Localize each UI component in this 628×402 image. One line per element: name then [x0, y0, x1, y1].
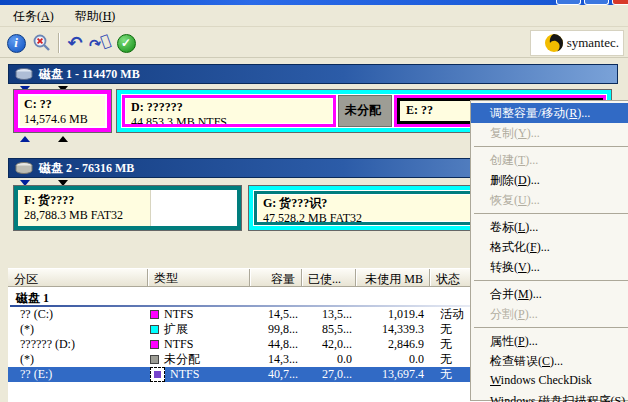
disk-icon	[15, 68, 33, 80]
context-menu-item[interactable]: 卷标(L)...	[471, 217, 628, 237]
context-menu-item[interactable]: 转换(V)...	[471, 257, 628, 277]
cell-partition: ?????? (D:)	[8, 337, 148, 352]
type-swatch-icon	[150, 367, 165, 382]
menu-separator	[474, 213, 628, 214]
context-menu-item: 创建(T)...	[471, 150, 628, 170]
partition-d[interactable]: D: ?????? 44,853.3 MB NTFS	[122, 95, 336, 127]
brand-panel: symantec.	[530, 30, 624, 56]
cell-partition: ?? (C:)	[8, 307, 148, 322]
cell-capacity: 14,3...	[250, 352, 302, 367]
cell-used: 42,0...	[302, 337, 356, 352]
menu-separator	[474, 146, 628, 147]
partition-c[interactable]: C: ?? 14,574.6 MB	[14, 90, 111, 132]
type-swatch-icon	[150, 355, 159, 364]
type-swatch-icon	[150, 325, 159, 334]
apply-check-icon: ✓	[117, 34, 136, 53]
type-label: 未分配	[164, 351, 200, 368]
cell-capacity: 44,8...	[250, 337, 302, 352]
type-swatch-icon	[150, 310, 159, 319]
type-swatch-color	[154, 371, 161, 378]
toolbar-separator	[58, 33, 60, 53]
marker-icon	[58, 136, 68, 142]
disk-icon	[15, 162, 33, 174]
partition-f[interactable]: F: 货???? 28,788.3 MB FAT32	[14, 186, 241, 230]
cell-unused: 2,846.9	[356, 337, 430, 352]
context-menu-item: 复制(Y)...	[471, 123, 628, 143]
undo-icon: ↶	[67, 34, 82, 52]
info-icon: i	[7, 34, 26, 53]
context-menu: 调整容量/移动(R)...复制(Y)...创建(T)...删除(D)...恢复(…	[470, 100, 628, 401]
menu-separator	[474, 280, 628, 281]
column-header-type[interactable]: 类型	[148, 269, 250, 286]
context-menu-item[interactable]: 调整容量/移动(R)...	[471, 103, 628, 123]
cell-unused: 14,339.3	[356, 322, 430, 337]
column-header-partition[interactable]: 分区	[8, 269, 148, 286]
cell-type: NTFS	[148, 337, 250, 352]
zoom-cancel-button[interactable]	[30, 31, 54, 55]
type-swatch-icon	[150, 340, 159, 349]
menu-bar: 任务(A) 帮助(H)	[0, 5, 628, 27]
context-menu-item[interactable]: 合并(M)...	[471, 284, 628, 304]
marker-icon	[20, 136, 30, 142]
column-header-unused[interactable]: 未使用 MB	[356, 269, 430, 286]
context-menu-item[interactable]: Windows CheckDisk	[471, 371, 628, 391]
context-menu-item[interactable]: Windows 磁盘扫描程序(S)	[471, 391, 628, 402]
cell-partition: (*)	[8, 352, 148, 367]
cell-used: 85,5...	[302, 322, 356, 337]
context-menu-item: 恢复(U)...	[471, 190, 628, 210]
cell-capacity: 99,8...	[250, 322, 302, 337]
unallocated-block[interactable]: 未分配	[338, 95, 392, 127]
cell-partition: ?? (E:)	[8, 367, 148, 382]
context-menu-item[interactable]: 格式化(F)...	[471, 237, 628, 257]
column-header-used[interactable]: 已使...	[302, 269, 356, 286]
menu-help[interactable]: 帮助(H)	[66, 5, 125, 27]
cell-type: NTFS	[148, 367, 250, 382]
info-button[interactable]: i	[4, 31, 28, 55]
symantec-logo-icon	[544, 33, 564, 53]
brand-name: symantec.	[567, 35, 619, 51]
cell-used: 13,5...	[302, 307, 356, 322]
undo-all-button[interactable]: ↷⃔	[88, 31, 112, 55]
partition-d-label: D: ?????? 44,853.3 MB NTFS	[125, 98, 333, 124]
menu-tasks[interactable]: 任务(A)	[4, 5, 63, 27]
cell-used: 27,0...	[302, 367, 356, 382]
context-menu-item[interactable]: 属性(P)...	[471, 331, 628, 351]
type-label: 扩展	[164, 321, 188, 338]
menu-separator	[474, 327, 628, 328]
type-label: NTFS	[170, 367, 199, 382]
cell-unused: 13,697.4	[356, 367, 430, 382]
context-menu-item[interactable]: 检查错误(C)...	[471, 351, 628, 371]
type-label: NTFS	[164, 337, 193, 352]
undo-all-icon: ↷⃔	[87, 32, 112, 53]
magnifier-x-icon	[32, 33, 52, 53]
undo-button[interactable]: ↶	[63, 31, 87, 55]
disk2-title: 磁盘 2 - 76316 MB	[39, 160, 134, 177]
disk1-title: 磁盘 1 - 114470 MB	[39, 66, 140, 83]
cell-used: 0.0	[302, 352, 356, 367]
type-label: NTFS	[164, 307, 193, 322]
column-header-capacity[interactable]: 容量 MB	[250, 269, 302, 286]
partition-manager-window: 任务(A) 帮助(H) i ↶ ↷⃔ ✓ sy	[0, 0, 628, 402]
apply-button[interactable]: ✓	[114, 31, 138, 55]
context-menu-item: 分割(P)...	[471, 304, 628, 324]
partition-f-used: F: 货???? 28,788.3 MB FAT32	[18, 190, 150, 226]
partition-f-body: F: 货???? 28,788.3 MB FAT32	[18, 190, 237, 226]
cell-unused: 1,019.4	[356, 307, 430, 322]
cell-partition: (*)	[8, 322, 148, 337]
cell-capacity: 40,7...	[250, 367, 302, 382]
partition-c-label: C: ?? 14,574.6 MB	[18, 94, 107, 128]
cell-unused: 0.0	[356, 352, 430, 367]
cell-type: NTFS	[148, 307, 250, 322]
cell-capacity: 14,5...	[250, 307, 302, 322]
context-menu-item[interactable]: 删除(D)...	[471, 170, 628, 190]
toolbar: i ↶ ↷⃔ ✓ symantec.	[0, 28, 628, 58]
cell-type: 未分配	[148, 351, 250, 368]
cell-type: 扩展	[148, 321, 250, 338]
partition-f-free	[150, 190, 237, 226]
disk1-header: 磁盘 1 - 114470 MB	[8, 64, 618, 84]
